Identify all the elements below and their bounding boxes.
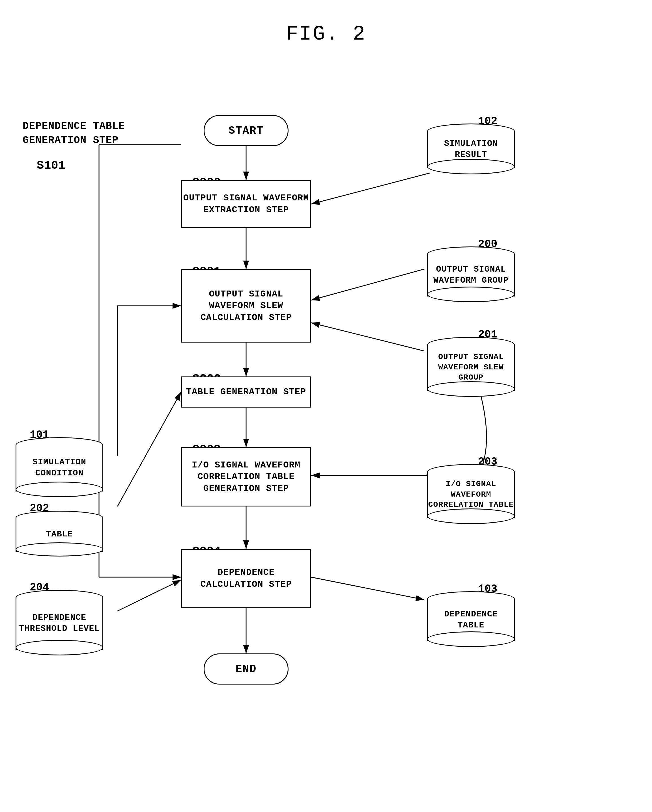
box-s204: DEPENDENCECALCULATION STEP — [181, 549, 311, 608]
svg-line-8 — [311, 173, 430, 204]
cylinder-201: OUTPUT SIGNAL WAVEFORM SLEW GROUP — [427, 337, 515, 396]
dep-table-gen-label: DEPENDENCE TABLEGENERATION STEP — [23, 119, 125, 148]
svg-line-9 — [311, 269, 424, 300]
cylinder-103: DEPENDENCE TABLE — [427, 591, 515, 646]
svg-line-16 — [311, 577, 424, 600]
cylinder-204: DEPENDENCE THRESHOLD LEVEL — [15, 590, 103, 655]
box-s201: OUTPUT SIGNALWAVEFORM SLEWCALCULATION ST… — [181, 269, 311, 343]
page-title: FIG. 2 — [0, 0, 652, 63]
cylinder-101: SIMULATION CONDITION — [15, 437, 103, 497]
svg-line-14 — [117, 580, 181, 611]
start-oval: START — [204, 115, 289, 146]
cylinder-200: OUTPUT SIGNAL WAVEFORM GROUP — [427, 246, 515, 302]
box-s200: OUTPUT SIGNAL WAVEFORMEXTRACTION STEP — [181, 180, 311, 228]
box-s203: I/O SIGNAL WAVEFORMCORRELATION TABLEGENE… — [181, 447, 311, 507]
end-oval: END — [204, 653, 289, 685]
s101-label: S101 — [37, 159, 65, 172]
cylinder-202: TABLE — [15, 511, 103, 556]
box-s202: TABLE GENERATION STEP — [181, 377, 311, 408]
svg-line-13 — [117, 392, 181, 507]
cylinder-102: SIMULATION RESULT — [427, 124, 515, 174]
svg-line-10 — [311, 323, 424, 351]
diagram-container: START S200 OUTPUT SIGNAL WAVEFORMEXTRACT… — [0, 63, 652, 812]
cylinder-203: I/O SIGNAL WAVEFORM CORRELATION TABLE — [427, 464, 515, 524]
